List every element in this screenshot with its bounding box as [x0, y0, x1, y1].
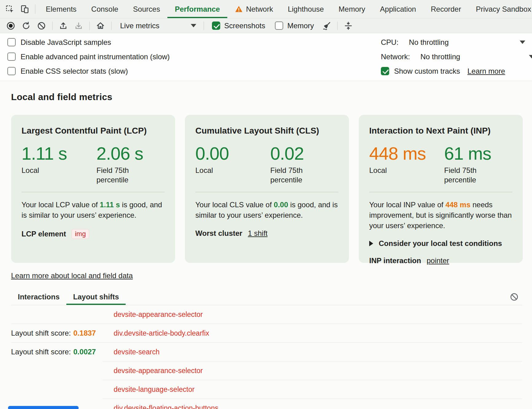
score-label: Layout shift score: — [11, 329, 71, 337]
cls-local-value: 0.00 — [195, 144, 270, 163]
layout-shift-row: devsite-appearance-selector — [11, 305, 522, 324]
show-custom-tracks-group: Show custom tracks Learn more — [370, 64, 532, 78]
tab-label: Elements — [46, 5, 76, 14]
value-label: Local — [195, 166, 244, 175]
clear-button[interactable] — [34, 18, 49, 33]
lcp-element-link[interactable]: img — [72, 229, 89, 239]
live-metrics-view: Local and field metrics Largest Contentf… — [0, 81, 532, 409]
score-value: 0.1837 — [73, 329, 96, 337]
tab-layout-shifts[interactable]: Layout shifts — [66, 289, 126, 305]
capture-settings: Disable JavaScript samples CPU: No throt… — [0, 33, 532, 81]
lcp-card: Largest Contentful Paint (LCP) 1.11 s Lo… — [11, 115, 175, 263]
chevron-down-icon — [529, 55, 532, 58]
network-throttling-select[interactable]: Network: No throttling — [370, 49, 532, 64]
divider — [22, 192, 165, 192]
tab-network[interactable]: Network — [227, 0, 280, 18]
collapse-tracks-button[interactable] — [341, 18, 356, 33]
tab-sources[interactable]: Sources — [126, 0, 167, 18]
score-value: 0.0027 — [73, 348, 96, 356]
cpu-throttling-select[interactable]: CPU: No throttling — [370, 35, 532, 49]
settings-row: Enable advanced paint instrumentation (s… — [0, 49, 532, 64]
panel-mode-select[interactable]: Live metrics — [115, 21, 201, 30]
shift-element-link[interactable]: devsite-search — [114, 348, 160, 356]
layout-shift-log: devsite-appearance-selector Layout shift… — [11, 305, 522, 409]
clear-log-button[interactable] — [507, 292, 522, 302]
network-label: Network: — [381, 53, 410, 61]
horizontal-scrollbar-thumb[interactable] — [8, 406, 79, 409]
tab-performance[interactable]: Performance — [167, 0, 227, 18]
shift-element-link[interactable]: div.devsite-article-body.clearfix — [114, 329, 209, 337]
gc-broom-button[interactable] — [319, 18, 334, 33]
screenshots-checkbox[interactable]: Screenshots — [212, 21, 265, 30]
divider — [35, 4, 35, 14]
layout-shift-row: Layout shift score:0.1837 div.devsite-ar… — [11, 324, 522, 342]
settings-row: Disable JavaScript samples CPU: No throt… — [0, 35, 532, 49]
shift-element-link[interactable]: devsite-appearance-selector — [114, 367, 203, 375]
chevron-down-icon — [191, 24, 196, 27]
warning-icon — [235, 5, 243, 13]
tab-interactions[interactable]: Interactions — [11, 289, 66, 305]
local-test-conditions-expander[interactable]: Consider your local test conditions — [369, 239, 512, 248]
advanced-paint-checkbox[interactable]: Enable advanced paint instrumentation (s… — [0, 53, 370, 61]
inp-interaction-label: INP interaction — [369, 256, 421, 265]
metric-cards: Largest Contentful Paint (LCP) 1.11 s Lo… — [11, 115, 522, 263]
lcp-local-value: 1.11 s — [22, 144, 96, 163]
tab-label: Performance — [175, 5, 220, 14]
tab-label: Sources — [133, 5, 160, 14]
checkbox-label: Enable CSS selector stats (slow) — [21, 67, 128, 76]
layout-shift-row: devsite-language-selector — [11, 380, 522, 399]
inp-interaction-link[interactable]: pointer — [427, 256, 449, 265]
checkbox-unchecked-icon — [7, 67, 16, 75]
tab-label: Lighthouse — [288, 5, 324, 14]
divider — [111, 21, 111, 30]
reload-and-record-button[interactable] — [18, 18, 34, 33]
device-toolbar-button[interactable] — [17, 0, 32, 18]
panel-mode-value: Live metrics — [120, 21, 159, 30]
devtools-tabbar: Elements Console Sources Performance Net… — [0, 0, 532, 18]
learn-more-field-data-link[interactable]: Learn more about local and field data — [11, 271, 133, 280]
checkbox-unchecked-icon — [7, 38, 16, 46]
divider — [369, 192, 512, 192]
checkbox-label: Show custom tracks — [394, 67, 460, 76]
save-profile-button[interactable] — [71, 18, 86, 33]
layout-shift-row: Layout shift score:0.0027 devsite-search — [11, 343, 522, 361]
expander-label: Consider your local test conditions — [379, 239, 502, 248]
tab-elements[interactable]: Elements — [38, 0, 84, 18]
tab-application[interactable]: Application — [373, 0, 423, 18]
home-button[interactable] — [93, 18, 108, 33]
card-title: Cumulative Layout Shift (CLS) — [195, 126, 338, 136]
value-label: Field 75th percentile — [96, 166, 146, 185]
learn-more-link[interactable]: Learn more — [467, 67, 505, 76]
record-button[interactable] — [3, 18, 18, 33]
inp-card: Interaction to Next Paint (INP) 448 ms L… — [359, 115, 523, 263]
divider — [204, 21, 204, 30]
shift-element-link[interactable]: div.devsite-floating-action-buttons — [114, 404, 218, 409]
performance-toolbar: Live metrics Screenshots Memory — [0, 18, 532, 33]
inp-field-value: 61 ms — [444, 144, 519, 163]
css-selector-stats-checkbox[interactable]: Enable CSS selector stats (slow) — [0, 67, 370, 76]
worst-cluster-link[interactable]: 1 shift — [248, 229, 268, 238]
divider — [89, 21, 90, 30]
checkbox-checked-icon — [212, 21, 220, 30]
devtools-window: Elements Console Sources Performance Net… — [0, 0, 532, 409]
load-profile-button[interactable] — [56, 18, 71, 33]
tab-memory[interactable]: Memory — [331, 0, 373, 18]
shift-element-link[interactable]: devsite-appearance-selector — [114, 310, 203, 319]
tab-privacy-sandbox[interactable]: Privacy Sandbox — [468, 0, 532, 18]
shift-element-link[interactable]: devsite-language-selector — [114, 385, 194, 394]
score-label: Layout shift score: — [11, 348, 71, 356]
inspect-element-button[interactable] — [2, 0, 17, 18]
show-custom-tracks-checkbox[interactable] — [381, 67, 389, 75]
tab-label: Application — [380, 5, 416, 14]
tab-recorder[interactable]: Recorder — [423, 0, 468, 18]
tab-label: Console — [91, 5, 118, 14]
checkbox-label: Disable JavaScript samples — [21, 38, 111, 47]
disable-js-samples-checkbox[interactable]: Disable JavaScript samples — [0, 38, 370, 47]
layout-shift-row: div.devsite-floating-action-buttons — [11, 399, 522, 409]
card-description: Your local INP value of 448 ms needs imp… — [369, 200, 512, 231]
tab-lighthouse[interactable]: Lighthouse — [280, 0, 331, 18]
expand-triangle-icon — [369, 241, 373, 246]
memory-checkbox[interactable]: Memory — [275, 21, 314, 30]
tab-console[interactable]: Console — [84, 0, 126, 18]
inp-local-value: 448 ms — [369, 144, 444, 163]
